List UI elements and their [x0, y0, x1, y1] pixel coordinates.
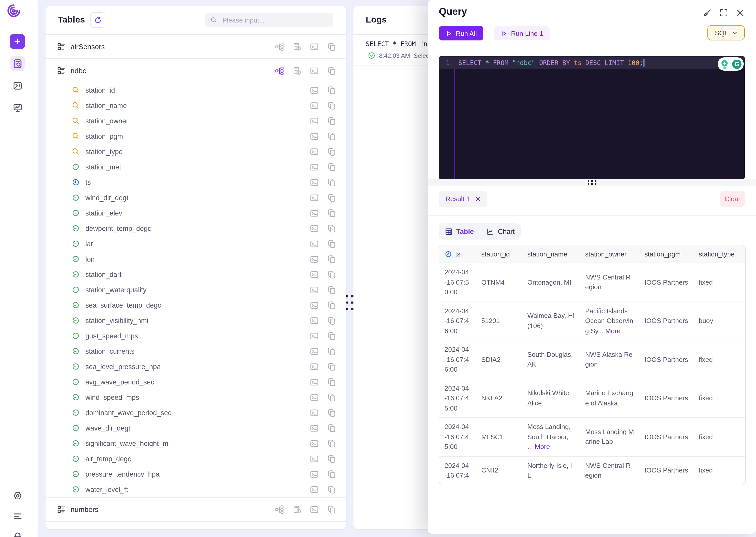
terminal-icon[interactable]: [310, 86, 319, 95]
copy-icon[interactable]: [327, 439, 336, 448]
column-row-station_owner[interactable]: station_owner: [46, 113, 346, 129]
terminal-icon[interactable]: [310, 424, 319, 432]
column-row-wind_dir_degt[interactable]: wind_dir_degt: [46, 190, 346, 205]
nav-notifications[interactable]: [10, 526, 25, 537]
terminal-icon[interactable]: [310, 163, 319, 171]
column-row-sea_surface_temp_degc[interactable]: sea_surface_temp_degc: [46, 297, 346, 313]
terminal-icon[interactable]: [310, 42, 319, 51]
column-row-wave_dir_degt[interactable]: wave_dir_degt: [46, 420, 346, 435]
terminal-icon[interactable]: [310, 393, 319, 402]
table-search-input[interactable]: [221, 16, 328, 24]
table-search[interactable]: [205, 13, 333, 27]
terminal-icon[interactable]: [310, 408, 319, 417]
terminal-icon[interactable]: [310, 193, 319, 202]
nav-dashboard[interactable]: [10, 100, 25, 115]
tab-chart[interactable]: Chart: [487, 227, 515, 235]
close-icon[interactable]: [475, 196, 480, 202]
copy-icon[interactable]: [327, 132, 336, 141]
copy-icon[interactable]: [327, 86, 336, 95]
copy-icon[interactable]: [327, 66, 336, 75]
terminal-icon[interactable]: [310, 347, 319, 355]
doc-info-icon[interactable]: [292, 505, 301, 514]
tree-icon[interactable]: [275, 505, 284, 514]
close-icon[interactable]: [736, 8, 745, 18]
column-row-station_type[interactable]: station_type: [46, 144, 346, 159]
copy-icon[interactable]: [327, 147, 336, 156]
run-line-button[interactable]: Run Line 1: [494, 26, 550, 40]
column-row-wind_speed_mps[interactable]: wind_speed_mps: [46, 390, 346, 405]
copy-icon[interactable]: [327, 331, 336, 340]
more-link[interactable]: More: [535, 443, 550, 450]
copy-icon[interactable]: [327, 163, 336, 171]
column-row-avg_wave_period_sec[interactable]: avg_wave_period_sec: [46, 374, 346, 390]
tree-icon[interactable]: [275, 42, 284, 51]
header-cell-station_name[interactable]: station_name: [522, 245, 580, 263]
header-cell-station_owner[interactable]: station_owner: [580, 245, 639, 263]
copy-icon[interactable]: [327, 408, 336, 417]
copy-icon[interactable]: [327, 239, 336, 248]
header-cell-station_pgm[interactable]: station_pgm: [639, 245, 694, 263]
table-row-airSensors[interactable]: airSensors: [46, 35, 346, 59]
column-row-station_currents[interactable]: station_currents: [46, 344, 346, 359]
terminal-icon[interactable]: [310, 505, 319, 514]
column-row-station_id[interactable]: station_id: [46, 82, 346, 98]
column-row-station_visibility_nmi[interactable]: station_visibility_nmi: [46, 313, 346, 328]
clear-results-button[interactable]: Clear: [720, 191, 745, 207]
copy-icon[interactable]: [327, 505, 336, 514]
copy-icon[interactable]: [327, 193, 336, 202]
copy-icon[interactable]: [327, 454, 336, 463]
copy-icon[interactable]: [327, 362, 336, 371]
nav-settings[interactable]: [10, 488, 25, 503]
column-row-dominant_wave_period_sec[interactable]: dominant_wave_period_sec: [46, 405, 346, 420]
column-row-station_waterquality[interactable]: station_waterquality: [46, 282, 346, 297]
copy-icon[interactable]: [327, 255, 336, 264]
column-row-dewpoint_temp_degc[interactable]: dewpoint_temp_degc: [46, 221, 346, 236]
column-row-station_pgm[interactable]: station_pgm: [46, 129, 346, 144]
copy-icon[interactable]: [327, 316, 336, 325]
header-cell-station_id[interactable]: station_id: [476, 245, 522, 263]
column-row-air_temp_degc[interactable]: air_temp_degc: [46, 451, 346, 466]
column-row-station_met[interactable]: station_met: [46, 159, 346, 175]
header-cell-station_type[interactable]: station_type: [694, 245, 745, 263]
terminal-icon[interactable]: [310, 224, 319, 233]
fullscreen-icon[interactable]: [719, 8, 728, 18]
copy-icon[interactable]: [327, 209, 336, 217]
column-row-station_elev[interactable]: station_elev: [46, 205, 346, 221]
terminal-icon[interactable]: [310, 270, 319, 279]
copy-icon[interactable]: [327, 101, 336, 110]
terminal-icon[interactable]: [310, 209, 319, 217]
column-row-significant_wave_height_m[interactable]: significant_wave_height_m: [46, 435, 346, 451]
column-row-station_dart[interactable]: station_dart: [46, 267, 346, 282]
copy-icon[interactable]: [327, 224, 336, 233]
table-row-ndbc[interactable]: ndbc: [46, 59, 346, 82]
panel-resize-handle[interactable]: [346, 291, 354, 314]
more-link[interactable]: More: [605, 327, 621, 335]
copy-icon[interactable]: [327, 378, 336, 386]
doc-info-icon[interactable]: [292, 42, 301, 51]
column-row-gust_speed_mps[interactable]: gust_speed_mps: [46, 328, 346, 344]
terminal-icon[interactable]: [310, 301, 319, 310]
terminal-icon[interactable]: [310, 101, 319, 110]
terminal-icon[interactable]: [310, 485, 319, 494]
terminal-icon[interactable]: [310, 178, 319, 186]
column-row-sea_level_pressure_hpa[interactable]: sea_level_pressure_hpa: [46, 359, 346, 374]
sql-editor[interactable]: 1 SELECT * FROM "ndbc" ORDER BY ts DESC …: [439, 56, 745, 179]
refresh-tables-button[interactable]: [90, 12, 105, 28]
new-button[interactable]: [10, 34, 25, 49]
terminal-icon[interactable]: [310, 285, 319, 294]
copy-icon[interactable]: [327, 116, 336, 125]
copy-icon[interactable]: [327, 347, 336, 355]
column-row-lat[interactable]: lat: [46, 236, 346, 251]
column-row-station_name[interactable]: station_name: [46, 98, 346, 113]
terminal-icon[interactable]: [310, 316, 319, 325]
terminal-icon[interactable]: [310, 454, 319, 463]
copy-icon[interactable]: [327, 178, 336, 186]
copy-icon[interactable]: [327, 42, 336, 51]
tree-icon[interactable]: [275, 66, 284, 75]
header-cell-ts[interactable]: ts: [439, 245, 476, 263]
terminal-icon[interactable]: [310, 239, 319, 248]
nav-ingest[interactable]: [10, 78, 25, 93]
copy-icon[interactable]: [327, 485, 336, 494]
copy-icon[interactable]: [327, 393, 336, 402]
result-tab[interactable]: Result 1: [439, 191, 487, 207]
